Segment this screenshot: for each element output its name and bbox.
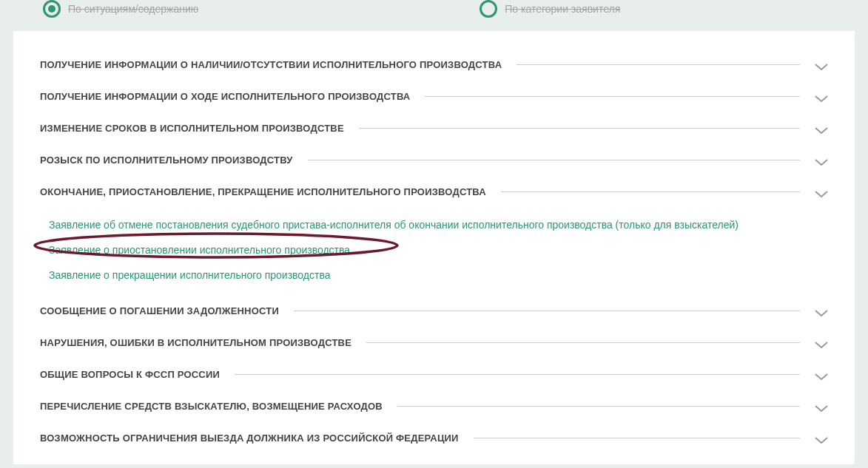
section-title: ПОЛУЧЕНИЕ ИНФОРМАЦИИ О НАЛИЧИИ/ОТСУТСТВИ…: [40, 59, 502, 70]
chevron-down-icon: [815, 61, 828, 69]
section-header-5[interactable]: СООБЩЕНИЕ О ПОГАШЕНИИ ЗАДОЛЖЕННОСТИ: [40, 298, 828, 324]
radio-circle-icon: [43, 0, 61, 18]
section-title: ПОЛУЧЕНИЕ ИНФОРМАЦИИ О ХОДЕ ИСПОЛНИТЕЛЬН…: [40, 91, 410, 102]
section-title: ИЗМЕНЕНИЕ СРОКОВ В ИСПОЛНИТЕЛЬНОМ ПРОИЗВ…: [40, 123, 344, 134]
section-header-6[interactable]: НАРУШЕНИЯ, ОШИБКИ В ИСПОЛНИТЕЛЬНОМ ПРОИЗ…: [40, 330, 828, 356]
section-title: РОЗЫСК ПО ИСПОЛНИТЕЛЬНОМУ ПРОИЗВОДСТВУ: [40, 155, 293, 166]
link-suspend[interactable]: Заявление о приостановлении исполнительн…: [49, 237, 828, 262]
divider-line: [425, 96, 800, 97]
section-title: ПЕРЕЧИСЛЕНИЕ СРЕДСТВ ВЗЫСКАТЕЛЮ, ВОЗМЕЩЕ…: [40, 401, 383, 412]
section-header-7[interactable]: ОБЩИЕ ВОПРОСЫ К ФССП РОССИИ: [40, 362, 828, 387]
section-header-4[interactable]: ОКОНЧАНИЕ, ПРИОСТАНОВЛЕНИЕ, ПРЕКРАЩЕНИЕ …: [40, 179, 828, 205]
section-header-9[interactable]: ВОЗМОЖНОСТЬ ОГРАНИЧЕНИЯ ВЫЕЗДА ДОЛЖНИКА …: [40, 425, 828, 451]
chevron-down-icon: [815, 370, 828, 379]
divider-line: [359, 128, 800, 129]
link-cancel-end[interactable]: Заявление об отмене постановления судебн…: [49, 212, 828, 237]
divider-line: [294, 311, 800, 311]
section-header-8[interactable]: ПЕРЕЧИСЛЕНИЕ СРЕДСТВ ВЗЫСКАТЕЛЮ, ВОЗМЕЩЕ…: [40, 393, 828, 419]
section-title: НАРУШЕНИЯ, ОШИБКИ В ИСПОЛНИТЕЛЬНОМ ПРОИЗ…: [40, 337, 351, 348]
chevron-down-icon: [815, 188, 828, 197]
sub-links-4: Заявление об отмене постановления судебн…: [40, 205, 828, 292]
section-header-2[interactable]: ИЗМЕНЕНИЕ СРОКОВ В ИСПОЛНИТЕЛЬНОМ ПРОИЗВ…: [40, 115, 828, 141]
divider-line: [474, 438, 800, 438]
section-header-1[interactable]: ПОЛУЧЕНИЕ ИНФОРМАЦИИ О ХОДЕ ИСПОЛНИТЕЛЬН…: [40, 84, 828, 109]
link-terminate[interactable]: Заявление о прекращении исполнительного …: [49, 262, 828, 288]
chevron-down-icon: [815, 402, 828, 411]
radio-situations[interactable]: По ситуациям/содержанию: [43, 0, 198, 18]
sections-panel: ПОЛУЧЕНИЕ ИНФОРМАЦИИ О НАЛИЧИИ/ОТСУТСТВИ…: [13, 31, 855, 464]
radio-category-label: По категории заявителя: [505, 3, 620, 15]
chevron-down-icon: [815, 434, 828, 443]
section-header-3[interactable]: РОЗЫСК ПО ИСПОЛНИТЕЛЬНОМУ ПРОИЗВОДСТВУ: [40, 147, 828, 173]
chevron-down-icon: [815, 124, 828, 133]
section-title: СООБЩЕНИЕ О ПОГАШЕНИИ ЗАДОЛЖЕННОСТИ: [40, 305, 279, 316]
chevron-down-icon: [815, 92, 828, 101]
divider-line: [397, 406, 800, 407]
section-header-0[interactable]: ПОЛУЧЕНИЕ ИНФОРМАЦИИ О НАЛИЧИИ/ОТСУТСТВИ…: [40, 52, 828, 78]
section-title: ОБЩИЕ ВОПРОСЫ К ФССП РОССИИ: [40, 369, 220, 380]
divider-line: [517, 64, 800, 65]
section-title: ВОЗМОЖНОСТЬ ОГРАНИЧЕНИЯ ВЫЕЗДА ДОЛЖНИКА …: [40, 433, 459, 444]
chevron-down-icon: [815, 307, 828, 316]
radio-situations-label: По ситуациям/содержанию: [68, 3, 198, 15]
radio-category[interactable]: По категории заявителя: [480, 0, 620, 18]
section-title: ОКОНЧАНИЕ, ПРИОСТАНОВЛЕНИЕ, ПРЕКРАЩЕНИЕ …: [40, 186, 486, 197]
divider-line: [366, 342, 800, 343]
radio-circle-icon: [480, 0, 497, 18]
chevron-down-icon: [815, 156, 828, 165]
divider-line: [501, 191, 800, 192]
divider-line: [308, 160, 800, 160]
chevron-down-icon: [815, 339, 828, 347]
filter-radios: По ситуациям/содержанию По категории зая…: [13, 0, 855, 31]
divider-line: [235, 374, 800, 375]
